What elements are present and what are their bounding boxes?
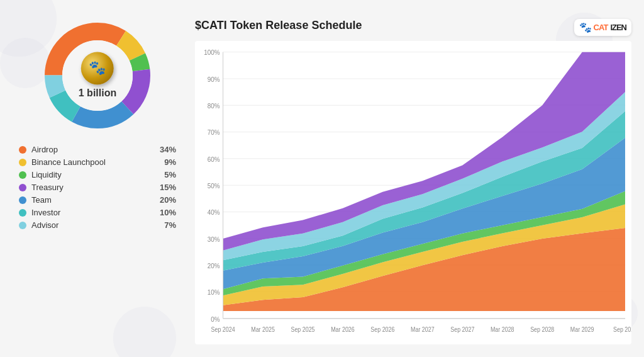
legend-pct-liquidity: 5% [154,170,176,179]
legend-dot-binance [19,159,26,166]
svg-text:50%: 50% [208,181,220,190]
legend-pct-airdrop: 34% [154,145,176,154]
logo-badge: 🐾 CATIZEN [574,19,631,36]
svg-text:Sep 2028: Sep 2028 [530,326,554,333]
legend-pct-binance: 9% [154,157,176,167]
right-panel: $CATI Token Release Schedule 🐾 CATIZEN 1… [189,13,631,344]
svg-text:30%: 30% [208,235,220,243]
legend-label-binance: Binance Launchpool [31,157,149,167]
chart-header: $CATI Token Release Schedule 🐾 CATIZEN [195,19,631,36]
logo-izen-text: IZEN [610,23,626,32]
svg-text:Mar 2029: Mar 2029 [570,326,594,333]
svg-text:100%: 100% [204,48,220,57]
legend-dot-treasury [19,184,26,191]
coin-icon: 🐾 [81,52,114,84]
legend-item-treasury: Treasury 15% [19,183,176,192]
legend-pct-investor: 10% [154,208,176,217]
svg-text:Sep 2025: Sep 2025 [291,326,315,333]
svg-text:Mar 2027: Mar 2027 [411,326,435,333]
legend-label-liquidity: Liquidity [31,170,149,179]
svg-text:90%: 90% [208,75,220,83]
svg-text:Sep 2024: Sep 2024 [211,326,236,333]
legend-label-treasury: Treasury [31,183,149,192]
left-panel: 🐾 1 billion Airdrop 34% Binance Launchpo… [13,13,182,344]
legend-dot-investor [19,209,26,217]
legend-dot-airdrop [19,146,26,154]
legend-label-advisor: Advisor [31,220,149,230]
svg-text:0%: 0% [211,315,220,323]
chart-area: 100% 90% 80% 70% 60% 50% 40% 30% 20% 10%… [195,41,631,344]
legend-item-liquidity: Liquidity 5% [19,170,176,179]
legend: Airdrop 34% Binance Launchpool 9% Liquid… [13,145,182,230]
donut-label: 🐾 1 billion [79,52,116,99]
legend-label-airdrop: Airdrop [31,145,149,154]
donut-chart: 🐾 1 billion [35,13,160,139]
legend-pct-team: 20% [154,195,176,205]
legend-dot-liquidity [19,171,26,179]
legend-item-binance: Binance Launchpool 9% [19,157,176,167]
main-container: 🐾 1 billion Airdrop 34% Binance Launchpo… [0,0,644,357]
svg-text:Mar 2028: Mar 2028 [491,326,514,333]
legend-pct-treasury: 15% [154,183,176,192]
chart-title: $CATI Token Release Schedule [195,19,362,32]
svg-text:Sep 2029: Sep 2029 [613,326,631,333]
logo-paw: 🐾 [579,21,591,33]
legend-item-team: Team 20% [19,195,176,205]
area-chart-svg: 100% 90% 80% 70% 60% 50% 40% 30% 20% 10%… [195,41,631,344]
svg-text:Mar 2026: Mar 2026 [331,326,355,333]
legend-label-investor: Investor [31,208,149,217]
donut-center-text: 1 billion [79,87,116,99]
svg-text:20%: 20% [208,261,220,269]
legend-dot-advisor [19,222,26,229]
svg-text:40%: 40% [208,208,220,216]
svg-text:Sep 2027: Sep 2027 [450,326,474,333]
svg-text:60%: 60% [208,155,220,163]
svg-text:80%: 80% [208,101,220,110]
svg-text:70%: 70% [208,128,220,136]
legend-dot-team [19,196,26,204]
legend-item-investor: Investor 10% [19,208,176,217]
legend-item-airdrop: Airdrop 34% [19,145,176,154]
svg-text:Mar 2025: Mar 2025 [251,326,275,333]
svg-text:10%: 10% [208,288,220,296]
legend-item-advisor: Advisor 7% [19,220,176,230]
logo-cat-text: CAT [594,23,608,32]
legend-label-team: Team [31,195,149,205]
legend-pct-advisor: 7% [154,220,176,230]
svg-text:Sep 2026: Sep 2026 [370,326,394,333]
